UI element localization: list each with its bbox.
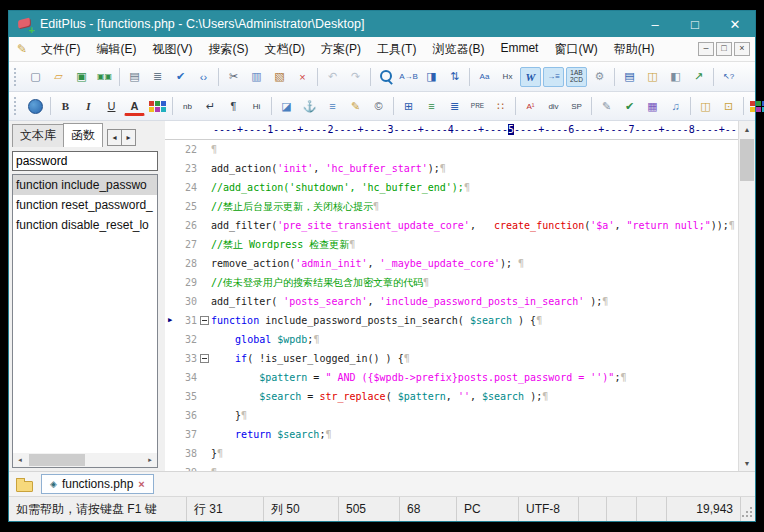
menu-item-7[interactable]: 浏览器(B) <box>424 41 492 58</box>
save-button[interactable]: ▣ <box>71 67 92 87</box>
script-editor-button[interactable]: ✎ <box>596 96 617 116</box>
context-help-button[interactable]: ↖? <box>718 67 739 87</box>
mdi-restore-button[interactable]: □ <box>716 42 732 56</box>
browser-button[interactable] <box>25 96 46 116</box>
fieldset-button[interactable]: ◫ <box>695 96 716 116</box>
cut-button[interactable]: ✂ <box>223 67 244 87</box>
menu-item-4[interactable]: 文档(D) <box>256 41 313 58</box>
tab-functions-php[interactable]: ◈ functions.php × <box>41 474 154 494</box>
menu-item-10[interactable]: 帮助(H) <box>606 41 663 58</box>
function-list-item-2[interactable]: function disable_reset_lo <box>13 215 157 235</box>
vertical-scrollbar[interactable]: ▲ ▼ <box>738 121 755 471</box>
span-tag-button[interactable]: SP <box>566 96 587 116</box>
view-in-browser-button[interactable]: ↗ <box>688 67 709 87</box>
preformatted-button[interactable]: PRE <box>467 96 488 116</box>
spell-check-button[interactable]: ✔ <box>170 67 191 87</box>
function-list-item-0[interactable]: function include_passwo <box>13 175 157 195</box>
cliptext-window-button[interactable]: ◫ <box>642 67 663 87</box>
find-in-files-button[interactable]: ◨ <box>421 67 442 87</box>
save-all-button[interactable]: ▣▣ <box>94 67 115 87</box>
menu-item-8[interactable]: Emmet <box>492 41 546 58</box>
editor-pane[interactable]: ----+----1----+----2----+----3----+----4… <box>165 121 738 471</box>
sort-button[interactable]: ⇅ <box>444 67 465 87</box>
change-case-button[interactable]: Aa <box>474 67 495 87</box>
notepad-button[interactable]: ✎ <box>345 96 366 116</box>
anchor-button[interactable]: ⚓ <box>299 96 320 116</box>
folder-icon[interactable] <box>15 476 33 492</box>
cliptext-panel-button[interactable]: ▤ <box>619 67 640 87</box>
mdi-close-button[interactable]: × <box>734 42 750 56</box>
copy-button[interactable]: ▥ <box>246 67 267 87</box>
menu-item-2[interactable]: 视图(V) <box>144 41 200 58</box>
heading-button[interactable]: Hi <box>246 96 267 116</box>
scroll-up-arrow-icon[interactable]: ▲ <box>739 121 755 137</box>
music-button[interactable]: ♫ <box>665 96 686 116</box>
scroll-down-arrow-icon[interactable]: ▼ <box>739 455 755 471</box>
function-filter-input[interactable] <box>12 151 158 171</box>
div-tag-button[interactable]: div <box>543 96 564 116</box>
tab-close-icon[interactable]: × <box>138 478 144 490</box>
replace-button[interactable]: A→B <box>398 67 419 87</box>
menu-item-9[interactable]: 窗口(W) <box>546 41 605 58</box>
print-button[interactable]: ≣ <box>147 67 168 87</box>
syntax-check-button[interactable]: ✔ <box>619 96 640 116</box>
sidebar-tab-0[interactable]: 文本库 <box>12 124 64 147</box>
paragraph-button[interactable]: ¶ <box>223 96 244 116</box>
menu-item-6[interactable]: 工具(T) <box>369 41 424 58</box>
minimize-button[interactable]: – <box>635 11 675 37</box>
form-controls-button[interactable]: ⊡ <box>718 96 739 116</box>
named-anchor-button[interactable]: A¹ <box>520 96 541 116</box>
user-toolbar-button[interactable] <box>748 96 764 116</box>
line-numbers-button[interactable]: 1AB 2CD <box>566 67 587 87</box>
font-color-button[interactable]: A <box>124 98 145 116</box>
resize-grip[interactable] <box>741 497 755 521</box>
open-file-button[interactable]: ▱ <box>48 67 69 87</box>
fold-collapse-icon[interactable] <box>200 354 209 363</box>
insert-image-button[interactable]: ◪ <box>276 96 297 116</box>
delete-button[interactable]: × <box>292 67 313 87</box>
toolbar-grip[interactable] <box>14 68 19 86</box>
fold-collapse-icon[interactable] <box>200 316 209 325</box>
scroll-left-arrow-icon[interactable]: ◂ <box>13 453 27 467</box>
scroll-thumb[interactable] <box>29 454 85 466</box>
html-entities-button[interactable]: ‹› <box>193 67 214 87</box>
new-file-button[interactable]: ▢ <box>25 67 46 87</box>
color-palette-button[interactable] <box>147 96 168 116</box>
copyright-button[interactable]: © <box>368 96 389 116</box>
menu-item-0[interactable]: 文件(F) <box>33 41 88 58</box>
print-preview-button[interactable]: ▤ <box>124 67 145 87</box>
italic-button[interactable]: I <box>78 96 99 116</box>
preferences-button[interactable]: ⚙ <box>589 67 610 87</box>
menu-item-5[interactable]: 方案(P) <box>313 41 369 58</box>
align-paragraph-button[interactable]: ≡ <box>421 96 442 116</box>
scroll-right-arrow-icon[interactable]: ▸ <box>143 453 157 467</box>
find-button[interactable] <box>375 67 396 87</box>
line-break-button[interactable]: ↵ <box>200 96 221 116</box>
undo-button[interactable]: ↶ <box>322 67 343 87</box>
non-breaking-space-button[interactable]: nb <box>177 96 198 116</box>
center-text-button[interactable]: ≣ <box>444 96 465 116</box>
redo-button[interactable]: ↷ <box>345 67 366 87</box>
menu-item-3[interactable]: 搜索(S) <box>200 41 256 58</box>
menu-item-1[interactable]: 编辑(E) <box>88 41 144 58</box>
horizontal-rule-button[interactable]: ≡ <box>322 96 343 116</box>
bullet-list-button[interactable]: ∷ <box>490 96 511 116</box>
mdi-minimize-button[interactable]: – <box>698 42 714 56</box>
auto-indent-button[interactable]: →≡ <box>543 67 564 87</box>
function-list-item-1[interactable]: function reset_password_ <box>13 195 157 215</box>
browser-preview-button[interactable]: ◧ <box>665 67 686 87</box>
paste-button[interactable]: ▧ <box>269 67 290 87</box>
underline-button[interactable]: U <box>101 96 122 116</box>
sidebar-tab-1[interactable]: 函数 <box>63 123 103 147</box>
sidebar-horizontal-scrollbar[interactable]: ◂ ▸ <box>13 453 157 467</box>
hex-viewer-button[interactable]: Hx <box>497 67 518 87</box>
word-wrap-button[interactable]: W <box>520 67 541 87</box>
tab-scroll-left-icon[interactable]: ◂ <box>107 129 122 146</box>
tab-scroll-right-icon[interactable]: ▸ <box>121 129 136 146</box>
bold-button[interactable]: B <box>55 96 76 116</box>
scroll-thumb[interactable] <box>740 139 754 181</box>
multimedia-button[interactable]: ▦ <box>642 96 663 116</box>
close-button[interactable]: ✕ <box>715 11 755 37</box>
table-button[interactable]: ⊞ <box>398 96 419 116</box>
maximize-button[interactable]: □ <box>675 11 715 37</box>
